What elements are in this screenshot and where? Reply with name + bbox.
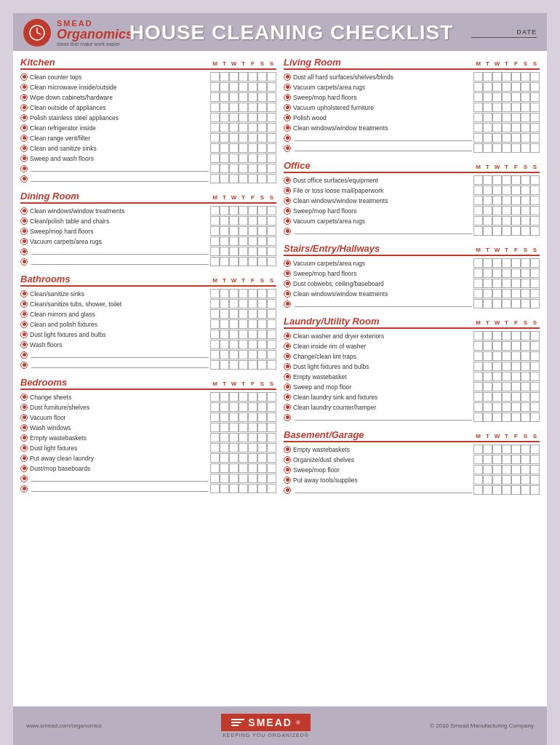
- checkbox-4[interactable]: [511, 92, 521, 102]
- checkbox-0[interactable]: [210, 92, 220, 102]
- checkbox-1[interactable]: [220, 433, 229, 442]
- checkbox-5[interactable]: [257, 206, 267, 215]
- checkbox-5[interactable]: [257, 474, 267, 483]
- checkbox-0[interactable]: [473, 402, 483, 412]
- checkbox-3[interactable]: [502, 216, 511, 226]
- checkbox-1[interactable]: [220, 402, 229, 412]
- checkbox-5[interactable]: [257, 299, 267, 308]
- checkbox-3[interactable]: [502, 103, 511, 112]
- checkbox-2[interactable]: [229, 82, 239, 92]
- checkbox-5[interactable]: [521, 331, 530, 340]
- checkbox-0[interactable]: [473, 143, 483, 153]
- checkbox-3[interactable]: [239, 82, 248, 92]
- checkbox-0[interactable]: [473, 226, 483, 236]
- checkbox-1[interactable]: [220, 319, 229, 329]
- checkbox-3[interactable]: [239, 226, 248, 236]
- checkbox-6[interactable]: [267, 82, 276, 92]
- checkbox-1[interactable]: [220, 226, 229, 236]
- checkbox-0[interactable]: [210, 413, 220, 422]
- checkbox-4[interactable]: [511, 485, 521, 495]
- checkbox-5[interactable]: [521, 196, 530, 205]
- checkbox-1[interactable]: [220, 72, 229, 81]
- checkbox-2[interactable]: [229, 484, 239, 493]
- checkbox-5[interactable]: [257, 484, 267, 493]
- checkbox-2[interactable]: [492, 279, 502, 288]
- checkbox-0[interactable]: [210, 423, 220, 432]
- checkbox-3[interactable]: [502, 413, 511, 422]
- checkbox-1[interactable]: [220, 299, 229, 308]
- checkbox-1[interactable]: [483, 186, 492, 195]
- checkbox-4[interactable]: [248, 236, 257, 246]
- checkbox-3[interactable]: [502, 465, 511, 474]
- checkbox-0[interactable]: [210, 309, 220, 319]
- checkbox-4[interactable]: [511, 351, 521, 361]
- checkbox-4[interactable]: [248, 484, 257, 493]
- checkbox-4[interactable]: [248, 402, 257, 412]
- checkbox-0[interactable]: [473, 351, 483, 361]
- checkbox-2[interactable]: [492, 331, 502, 340]
- checkbox-2[interactable]: [229, 154, 239, 163]
- checkbox-0[interactable]: [210, 123, 220, 132]
- checkbox-4[interactable]: [511, 206, 521, 215]
- checkbox-4[interactable]: [248, 423, 257, 432]
- checkbox-5[interactable]: [521, 402, 530, 412]
- checkbox-0[interactable]: [210, 216, 220, 226]
- checkbox-4[interactable]: [248, 164, 257, 173]
- checkbox-6[interactable]: [267, 392, 276, 402]
- checkbox-2[interactable]: [492, 351, 502, 361]
- checkbox-6[interactable]: [267, 206, 276, 215]
- checkbox-4[interactable]: [511, 143, 521, 153]
- checkbox-3[interactable]: [502, 258, 511, 268]
- checkbox-4[interactable]: [248, 174, 257, 183]
- checkbox-2[interactable]: [492, 392, 502, 402]
- checkbox-1[interactable]: [483, 258, 492, 268]
- checkbox-0[interactable]: [210, 360, 220, 370]
- checkbox-5[interactable]: [521, 445, 530, 454]
- checkbox-3[interactable]: [502, 92, 511, 102]
- checkbox-6[interactable]: [267, 423, 276, 432]
- checkbox-5[interactable]: [257, 413, 267, 422]
- checkbox-5[interactable]: [521, 133, 530, 143]
- checkbox-1[interactable]: [220, 174, 229, 183]
- checkbox-6[interactable]: [530, 92, 540, 102]
- checkbox-0[interactable]: [210, 143, 220, 153]
- checkbox-3[interactable]: [239, 113, 248, 122]
- checkbox-5[interactable]: [257, 257, 267, 266]
- checkbox-3[interactable]: [239, 443, 248, 453]
- checkbox-2[interactable]: [492, 216, 502, 226]
- checkbox-3[interactable]: [502, 226, 511, 236]
- checkbox-3[interactable]: [502, 143, 511, 153]
- checkbox-0[interactable]: [473, 331, 483, 340]
- checkbox-3[interactable]: [239, 330, 248, 339]
- checkbox-2[interactable]: [492, 92, 502, 102]
- checkbox-1[interactable]: [483, 133, 492, 143]
- checkbox-6[interactable]: [267, 350, 276, 359]
- checkbox-0[interactable]: [473, 299, 483, 308]
- checkbox-3[interactable]: [502, 382, 511, 391]
- checkbox-2[interactable]: [229, 474, 239, 483]
- checkbox-4[interactable]: [511, 372, 521, 381]
- checkbox-0[interactable]: [210, 247, 220, 256]
- checkbox-3[interactable]: [239, 319, 248, 329]
- checkbox-6[interactable]: [530, 113, 540, 122]
- checkbox-2[interactable]: [492, 206, 502, 215]
- checkbox-1[interactable]: [483, 226, 492, 236]
- checkbox-6[interactable]: [530, 455, 540, 464]
- checkbox-2[interactable]: [492, 72, 502, 81]
- checkbox-3[interactable]: [239, 216, 248, 226]
- checkbox-4[interactable]: [248, 392, 257, 402]
- checkbox-2[interactable]: [229, 289, 239, 298]
- checkbox-2[interactable]: [492, 268, 502, 278]
- checkbox-2[interactable]: [492, 113, 502, 122]
- checkbox-2[interactable]: [229, 103, 239, 112]
- checkbox-6[interactable]: [530, 413, 540, 422]
- checkbox-5[interactable]: [521, 175, 530, 185]
- checkbox-5[interactable]: [521, 186, 530, 195]
- checkbox-2[interactable]: [492, 455, 502, 464]
- checkbox-2[interactable]: [229, 216, 239, 226]
- checkbox-1[interactable]: [220, 423, 229, 432]
- checkbox-3[interactable]: [502, 113, 511, 122]
- checkbox-4[interactable]: [248, 92, 257, 102]
- checkbox-4[interactable]: [248, 299, 257, 308]
- checkbox-1[interactable]: [220, 309, 229, 319]
